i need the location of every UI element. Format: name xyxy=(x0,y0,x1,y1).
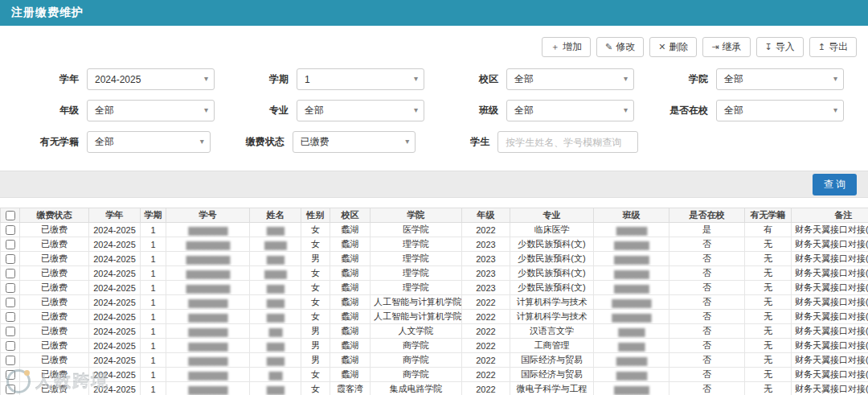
cell-college: 商学院 xyxy=(371,339,462,353)
row-checkbox[interactable] xyxy=(6,341,15,351)
cell-student-name: ████ xyxy=(250,339,301,353)
row-checkbox[interactable] xyxy=(6,283,15,293)
cell-college: 人工智能与计算机学院 xyxy=(371,310,462,324)
table-row[interactable]: 已缴费2024-20251█████████████女霞客湾集成电路学院2022… xyxy=(1,382,868,395)
cell-has-status: 无 xyxy=(745,266,792,281)
cell-term: 1 xyxy=(141,310,166,324)
table-row[interactable]: 已缴费2024-20251████████████女蠡湖商学院2022国际经济与… xyxy=(1,368,868,382)
add-icon: ＋ xyxy=(551,41,559,53)
import-button[interactable]: ↧导入 xyxy=(756,37,804,57)
table-row[interactable]: 已缴费2024-20251██████████████女蠡湖理学院2023少数民… xyxy=(1,281,868,295)
cell-student-name: █████ xyxy=(250,237,301,252)
cell-remark: 财务天翼接口对接( xyxy=(792,368,868,382)
cell-gender: 男 xyxy=(301,339,330,353)
row-checkbox[interactable] xyxy=(6,269,15,278)
semester-select[interactable]: 1▾ xyxy=(297,68,424,90)
table-row[interactable]: 已缴费2024-20251███████████████女蠡湖理学院2023少数… xyxy=(1,266,868,281)
row-checkbox[interactable] xyxy=(6,312,15,322)
filter-field: 班级全部▾ xyxy=(444,100,634,121)
row-checkbox[interactable] xyxy=(6,254,15,264)
pay-status-select[interactable]: 已缴费▾ xyxy=(293,131,416,153)
campus-select[interactable]: 全部▾ xyxy=(506,68,634,90)
table-row[interactable]: 已缴费2024-20251█████████████女蠡湖人工智能与计算机学院2… xyxy=(1,310,868,324)
cell-campus: 蠡湖 xyxy=(330,368,371,382)
filter-label: 学生 xyxy=(435,135,497,149)
row-checkbox[interactable] xyxy=(6,385,15,394)
row-checkbox[interactable] xyxy=(6,356,15,365)
cell-student-name: ████ xyxy=(250,281,301,295)
cell-grade: 2022 xyxy=(462,368,510,382)
major-select[interactable]: 全部▾ xyxy=(297,100,424,121)
row-checkbox[interactable] xyxy=(6,298,15,307)
table-row[interactable]: 已缴费2024-20251█████████████女蠡湖医学院2022临床医学… xyxy=(1,223,868,237)
redacted-text: █████████ xyxy=(188,386,227,394)
grade-select[interactable]: 全部▾ xyxy=(87,100,215,121)
delete-button[interactable]: ✕删除 xyxy=(649,37,697,57)
cell-has-status: 无 xyxy=(745,339,792,353)
redacted-text: ██████████ xyxy=(186,241,230,249)
redacted-text: █████████ xyxy=(188,299,227,307)
row-checkbox[interactable] xyxy=(6,240,15,249)
cell-gender: 男 xyxy=(301,324,330,339)
cell-college: 医学院 xyxy=(371,223,462,237)
select-all-header xyxy=(1,208,20,223)
table-row[interactable]: 已缴费2024-20251█████████████男蠡湖商学院2022国际经济… xyxy=(1,353,868,368)
school-year-select[interactable]: 2024-2025▾ xyxy=(87,68,215,90)
cell-student-name: ████ xyxy=(250,353,301,368)
cell-status: 已缴费 xyxy=(20,266,89,281)
add-button[interactable]: ＋增加 xyxy=(542,37,591,57)
table-row[interactable]: 已缴费2024-20251█████████████女蠡湖人工智能与计算机学院2… xyxy=(1,295,868,310)
selected-value: 全部 xyxy=(514,72,534,86)
cell-gender: 男 xyxy=(301,353,330,368)
select-all-checkbox[interactable] xyxy=(6,211,15,220)
cell-class-name: ████████ xyxy=(594,382,669,395)
cell-major: 微电子科学与工程 xyxy=(510,382,594,395)
cell-campus: 蠡湖 xyxy=(330,295,371,310)
row-checkbox[interactable] xyxy=(6,370,15,380)
cell-major: 少数民族预科(文) xyxy=(510,266,594,281)
page-title: 注册缴费维护 xyxy=(11,6,84,20)
has-status-select[interactable]: 全部▾ xyxy=(87,131,211,153)
chevron-down-icon: ▾ xyxy=(624,105,628,114)
cell-term: 1 xyxy=(141,339,166,353)
query-button[interactable]: 查 询 xyxy=(813,174,857,195)
cell-campus: 蠡湖 xyxy=(330,310,371,324)
redacted-text: ████████ xyxy=(614,241,649,249)
inherit-button[interactable]: ⇥继承 xyxy=(702,37,750,57)
class-select[interactable]: 全部▾ xyxy=(506,100,634,121)
in-school-select[interactable]: 全部▾ xyxy=(716,100,844,121)
cell-major: 工商管理 xyxy=(510,339,594,353)
redacted-text: ███████ xyxy=(616,357,647,365)
table-row[interactable]: 已缴费2024-20251██████████████男蠡湖理学院2023少数民… xyxy=(1,252,868,266)
selected-value: 已缴费 xyxy=(301,135,330,149)
cell-status: 已缴费 xyxy=(20,223,89,237)
college-select[interactable]: 全部▾ xyxy=(716,68,844,90)
cell-gender: 女 xyxy=(301,295,330,310)
export-button[interactable]: ↥导出 xyxy=(809,37,857,57)
column-header: 有无学籍 xyxy=(745,208,792,223)
cell-class-name: ███████ xyxy=(594,223,669,237)
cell-remark: 财务天翼接口对接( xyxy=(792,223,868,237)
cell-grade: 2022 xyxy=(462,295,510,310)
cell-term: 1 xyxy=(141,223,166,237)
cell-year: 2024-2025 xyxy=(89,223,141,237)
cell-student-id: █████████ xyxy=(166,324,250,339)
selected-value: 全部 xyxy=(95,135,114,149)
cell-student-name: ████ xyxy=(250,382,301,395)
cell-in-school: 否 xyxy=(669,353,745,368)
table-row[interactable]: 已缴费2024-20251█████████████男蠡湖商学院2022工商管理… xyxy=(1,339,868,353)
cell-student-id: █████████ xyxy=(166,382,250,395)
student-input[interactable] xyxy=(497,131,638,153)
chevron-down-icon: ▾ xyxy=(405,137,409,146)
edit-button[interactable]: ✎修改 xyxy=(596,37,644,57)
row-checkbox[interactable] xyxy=(6,225,15,235)
row-checkbox[interactable] xyxy=(6,327,15,336)
table-row[interactable]: 已缴费2024-20251████████████男蠡湖人文学院2022汉语言文… xyxy=(1,324,868,339)
cell-remark: 财务天翼接口对接( xyxy=(792,266,868,281)
results-table: 缴费状态学年学期学号姓名性别校区学院年级专业班级是否在校有无学籍备注 已缴费20… xyxy=(0,208,868,395)
filter-field: 年级全部▾ xyxy=(24,100,215,121)
cell-grade: 2023 xyxy=(462,281,510,295)
column-header: 学年 xyxy=(89,208,141,223)
column-header: 专业 xyxy=(510,208,594,223)
table-row[interactable]: 已缴费2024-20251███████████████女蠡湖理学院2023少数… xyxy=(1,237,868,252)
